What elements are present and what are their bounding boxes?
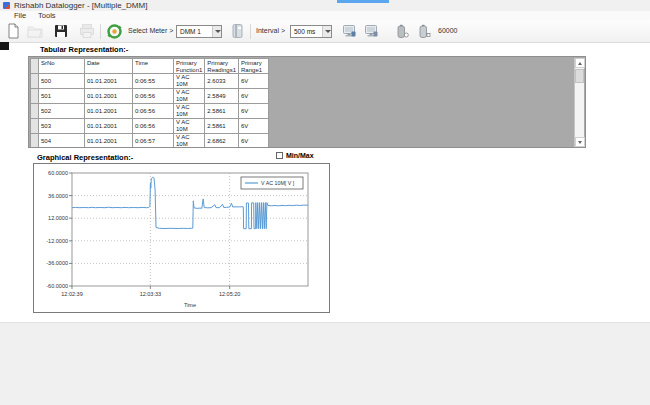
table-scrollbar[interactable] bbox=[574, 58, 584, 147]
tabular-section-title: Tabular Representation:- bbox=[40, 45, 128, 54]
table-row[interactable]: 50401.01.20010:06:57V AC 10M2.68626V bbox=[31, 134, 269, 149]
menu-bar: File Tools bbox=[0, 11, 650, 20]
select-meter-label: Select Meter > bbox=[128, 27, 173, 34]
toolbar: Select Meter > DMM 1 Interval > 500 ms bbox=[0, 20, 650, 43]
table-cell: 2.5861 bbox=[205, 104, 239, 119]
chevron-down-icon[interactable] bbox=[322, 26, 331, 37]
triangle-up-icon bbox=[578, 60, 582, 65]
table-cell: 01.01.2001 bbox=[85, 89, 133, 104]
print-button[interactable] bbox=[78, 22, 96, 40]
table-row[interactable]: 50101.01.20010:06:56V AC 10M2.58496V bbox=[31, 89, 269, 104]
new-file-button[interactable] bbox=[4, 22, 22, 40]
open-folder-icon bbox=[27, 23, 43, 39]
minmax-control: Min/Max bbox=[276, 152, 314, 159]
row-header-cell bbox=[31, 74, 39, 89]
triangle-down-icon bbox=[578, 141, 582, 146]
chevron-down-icon[interactable] bbox=[212, 26, 221, 37]
meter-device-button[interactable] bbox=[228, 22, 246, 40]
column-header: Primary Readings1 bbox=[205, 59, 239, 74]
table-cell: 0:06:55 bbox=[133, 74, 174, 89]
table-cell: 01.01.2001 bbox=[85, 74, 133, 89]
minmax-label: Min/Max bbox=[286, 152, 314, 159]
connect-icon bbox=[106, 23, 123, 40]
table-cell: V AC 10M bbox=[174, 134, 205, 149]
save-icon bbox=[53, 23, 69, 39]
y-tick-label: -60.0000 bbox=[46, 283, 68, 289]
table-cell: 6V bbox=[239, 74, 269, 89]
table-header-row: SrNoDateTimePrimary Function1Primary Rea… bbox=[31, 59, 269, 74]
meter-select[interactable]: DMM 1 bbox=[176, 25, 222, 38]
table-corner-cell bbox=[31, 59, 39, 74]
print-icon bbox=[79, 23, 95, 39]
x-tick-label: 12:03:33 bbox=[140, 291, 161, 297]
y-tick-label: -12.0000 bbox=[46, 238, 68, 244]
open-file-button[interactable] bbox=[26, 22, 44, 40]
table-cell: V AC 10M bbox=[174, 104, 205, 119]
table-cell: 2.5861 bbox=[205, 119, 239, 134]
table-cell: 503 bbox=[39, 119, 85, 134]
title-bar: Rishabh Datalogger - [Multiple_DMM] bbox=[0, 0, 650, 11]
interval-label: Interval > bbox=[256, 27, 285, 34]
row-header-cell bbox=[31, 89, 39, 104]
table-cell: V AC 10M bbox=[174, 119, 205, 134]
table-cell: 504 bbox=[39, 134, 85, 149]
screen-edge-artifact bbox=[337, 0, 389, 3]
table-row[interactable]: 50001.01.20010:06:55V AC 10M2.60336V bbox=[31, 74, 269, 89]
table-cell: 500 bbox=[39, 74, 85, 89]
table-cell: 2.5849 bbox=[205, 89, 239, 104]
y-tick-label: 60.0000 bbox=[48, 170, 68, 176]
interval-select-value: 500 ms bbox=[294, 28, 315, 35]
table-cell: 0:06:57 bbox=[133, 134, 174, 149]
scrollbar-thumb[interactable] bbox=[575, 69, 584, 83]
x-tick-label: 12:05:20 bbox=[219, 291, 240, 297]
new-document-icon bbox=[5, 23, 21, 39]
table-row[interactable]: 50301.01.20010:06:56V AC 10M2.58616V bbox=[31, 119, 269, 134]
chart-panel: 60.000036.000012.0000-12.0000-36.0000-60… bbox=[33, 163, 330, 313]
row-header-cell bbox=[31, 119, 39, 134]
table-cell: 6V bbox=[239, 104, 269, 119]
pc-link-button-1[interactable] bbox=[340, 22, 358, 40]
y-tick-label: 36.0000 bbox=[48, 193, 68, 199]
x-tick-label: 12:02:39 bbox=[61, 291, 82, 297]
table-cell: 0:06:56 bbox=[133, 89, 174, 104]
pc-monitor-2-icon bbox=[364, 24, 379, 39]
toolbar-separator bbox=[250, 24, 251, 39]
scroll-down-button[interactable] bbox=[575, 137, 585, 147]
chart: 60.000036.000012.0000-12.0000-36.0000-60… bbox=[34, 164, 329, 312]
app-icon bbox=[3, 2, 10, 9]
toolbar-separator bbox=[100, 24, 101, 39]
row-header-cell bbox=[31, 134, 39, 149]
battery-2-icon bbox=[416, 24, 431, 39]
table-cell: 2.6033 bbox=[205, 74, 239, 89]
data-grid-panel: SrNoDateTimePrimary Function1Primary Rea… bbox=[28, 56, 586, 148]
column-header: Date bbox=[85, 59, 133, 74]
readings-table: SrNoDateTimePrimary Function1Primary Rea… bbox=[30, 58, 269, 148]
pc-link-button-2[interactable] bbox=[362, 22, 380, 40]
table-cell: V AC 10M bbox=[174, 74, 205, 89]
table-cell: 01.01.2001 bbox=[85, 134, 133, 149]
battery-button-1[interactable] bbox=[392, 22, 410, 40]
legend-label: V AC 10M[ V ] bbox=[261, 180, 295, 186]
table-cell: 6V bbox=[239, 134, 269, 149]
minmax-checkbox[interactable] bbox=[276, 152, 283, 159]
y-tick-label: -36.0000 bbox=[46, 260, 68, 266]
connect-meter-button[interactable] bbox=[105, 22, 123, 40]
meter-device-icon bbox=[229, 23, 245, 39]
scroll-up-button[interactable] bbox=[575, 58, 585, 68]
menu-file[interactable]: File bbox=[14, 11, 26, 20]
column-header: Primary Function1 bbox=[174, 59, 205, 74]
table-cell: 6V bbox=[239, 89, 269, 104]
table-cell: V AC 10M bbox=[174, 89, 205, 104]
battery-icon bbox=[394, 24, 409, 39]
row-header-cell bbox=[31, 104, 39, 119]
table-row[interactable]: 50201.01.20010:06:56V AC 10M2.58616V bbox=[31, 104, 269, 119]
window-title: Rishabh Datalogger - [Multiple_DMM] bbox=[14, 1, 147, 10]
column-header: Primary Range1 bbox=[239, 59, 269, 74]
table-cell: 0:06:56 bbox=[133, 104, 174, 119]
menu-tools[interactable]: Tools bbox=[38, 11, 56, 20]
save-button[interactable] bbox=[52, 22, 70, 40]
interval-select[interactable]: 500 ms bbox=[290, 25, 332, 38]
battery-button-2[interactable] bbox=[414, 22, 432, 40]
graphical-section-title: Graphical Representation:- bbox=[37, 153, 133, 162]
corner-artifact bbox=[0, 42, 9, 50]
